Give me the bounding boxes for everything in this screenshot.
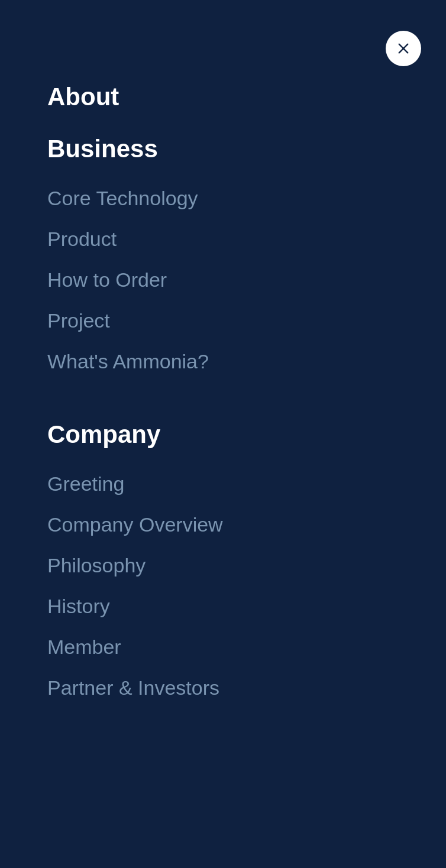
list-item: Partner & Investors	[47, 676, 446, 699]
list-item: How to Order	[47, 268, 446, 292]
list-item: Product	[47, 228, 446, 251]
business-links: Core Technology Product How to Order Pro…	[47, 187, 446, 373]
history-link[interactable]: History	[47, 595, 446, 618]
close-button[interactable]	[386, 31, 421, 66]
company-links: Greeting Company Overview Philosophy His…	[47, 472, 446, 699]
whats-ammonia-link[interactable]: What's Ammonia?	[47, 350, 446, 373]
member-link[interactable]: Member	[47, 636, 446, 659]
close-icon	[397, 42, 410, 55]
core-technology-link[interactable]: Core Technology	[47, 187, 446, 210]
list-item: Greeting	[47, 472, 446, 495]
company-section: Company Greeting Company Overview Philos…	[47, 420, 446, 699]
list-item: Philosophy	[47, 554, 446, 577]
philosophy-link[interactable]: Philosophy	[47, 554, 446, 577]
list-item: Core Technology	[47, 187, 446, 210]
main-nav: About Business Core Technology Product H…	[0, 0, 446, 794]
company-overview-link[interactable]: Company Overview	[47, 513, 446, 536]
about-heading: About	[47, 83, 446, 111]
list-item: History	[47, 595, 446, 618]
list-item: Project	[47, 309, 446, 332]
list-item: What's Ammonia?	[47, 350, 446, 373]
project-link[interactable]: Project	[47, 309, 446, 332]
company-heading: Company	[47, 420, 446, 449]
partner-investors-link[interactable]: Partner & Investors	[47, 676, 446, 699]
how-to-order-link[interactable]: How to Order	[47, 268, 446, 292]
product-link[interactable]: Product	[47, 228, 446, 251]
greeting-link[interactable]: Greeting	[47, 472, 446, 495]
list-item: Member	[47, 636, 446, 659]
business-heading: Business	[47, 135, 446, 163]
list-item: Company Overview	[47, 513, 446, 536]
